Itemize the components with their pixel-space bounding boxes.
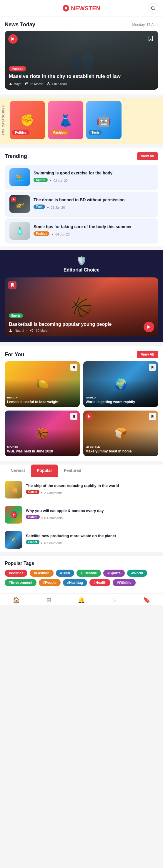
for-you-bookmark-toast[interactable] (149, 413, 156, 420)
article-content-camel: The ship of the desert reducing rapidly … (26, 484, 158, 496)
for-you-title-lemon: Lemon is useful to lose weight (7, 400, 77, 405)
article-content-satellite: Satellite now producing more waste on th… (26, 534, 158, 546)
editorial-card[interactable]: 🏀 Sports Basketball is becoming popular … (5, 277, 158, 337)
nav-explore[interactable]: ⊞ (33, 596, 65, 603)
for-you-bookmark-world[interactable] (149, 364, 156, 371)
for-you-cat-toast: LIFESTYLE (86, 445, 156, 448)
hero-card[interactable]: 👥 Politics Massive riots in the city to … (5, 31, 158, 90)
tab-popular[interactable]: Popular (31, 465, 58, 477)
article-meta-camel: Camel 2 Comments (26, 490, 158, 496)
trending-date-1: 02 Jun 20 (53, 179, 68, 182)
hero-meta: Maya 26 March 4 min read (9, 82, 154, 86)
category-card-politics[interactable]: ✊ Politics (10, 101, 45, 139)
for-you-card-lemon[interactable]: 🍋 HEALTH Lemon is useful to lose weight (5, 361, 80, 407)
for-you-content-world: WORLD World is getting warm rapidly (83, 394, 158, 407)
trending-content-2: The drone is banned in BD without permis… (34, 197, 154, 211)
trending-title-1: Swimming is good exercise for the body (34, 170, 154, 176)
trending-content-1: Swimming is good exercise for the body S… (34, 170, 154, 184)
app-logo: NEWSTEN (63, 5, 100, 12)
editorial-play-button[interactable] (144, 322, 154, 332)
for-you-content-wbl: SPORTS WBL was held in June 2020 (5, 443, 80, 456)
hero-tag: Politics (9, 66, 26, 71)
tag-politics[interactable]: #Politics (5, 569, 27, 577)
popular-tags-section: Popular Tags #Politics #Fashion #Tech #L… (0, 556, 163, 593)
for-you-bookmark-lemon[interactable] (70, 364, 77, 371)
trending-img-2: 🚁 (9, 195, 30, 213)
trending-date-3: 04 Jun 20 (55, 232, 70, 236)
tag-world[interactable]: #World (127, 569, 147, 577)
search-button[interactable] (148, 3, 158, 13)
hero-read-time: 4 min read (47, 82, 67, 86)
article-item-apple[interactable]: 🍎 Why you will eat apple & banana every … (0, 502, 163, 527)
trending-header: Trending View All (0, 148, 163, 163)
for-you-play-toast[interactable] (86, 413, 93, 420)
trending-item-2[interactable]: 🚁 The drone is banned in BD without perm… (5, 191, 158, 217)
editorial-icon: 🛡️ (5, 256, 158, 266)
for-you-grid: 🍋 HEALTH Lemon is useful to lose weight … (0, 361, 163, 456)
popular-tags-title: Popular Tags (5, 561, 158, 566)
nav-notifications[interactable]: 🔔 (65, 596, 98, 603)
tag-lifestyle[interactable]: #Lifestyle (77, 569, 101, 577)
svg-marker-10 (148, 325, 150, 329)
tag-people[interactable]: #People (39, 579, 60, 586)
hero-date: 26 March (25, 82, 43, 86)
article-title-apple: Why you will eat apple & banana every da… (26, 508, 158, 514)
nav-favorites[interactable]: ♡ (98, 596, 130, 603)
tab-newest[interactable]: Newest (5, 465, 31, 477)
cat-fashion-label: Fashion (50, 130, 69, 137)
svg-marker-11 (88, 415, 90, 418)
tag-hashtag[interactable]: #Hashtag (63, 579, 87, 586)
hero-title: Massive riots in the city to establish r… (9, 73, 154, 80)
tag-tech[interactable]: #Tech (56, 569, 74, 577)
nav-bookmark[interactable]: 🔖 (130, 596, 163, 603)
trending-img-1: 🏊 (9, 168, 30, 186)
bottom-nav: 🏠 ⊞ 🔔 ♡ 🔖 (0, 593, 163, 605)
trending-item-1[interactable]: 🏊 Swimming is good exercise for the body… (5, 165, 158, 190)
article-item-satellite[interactable]: 🛰️ Satellite now producing more waste on… (0, 527, 163, 553)
article-play-apple[interactable] (11, 512, 16, 518)
article-item-camel[interactable]: 🐪 The ship of the desert reducing rapidl… (0, 477, 163, 502)
categories-scroll[interactable]: ✊ Politics 👗 Fashion 🤖 Tech (7, 101, 124, 139)
for-you-card-toast[interactable]: 🍞 LIFESTYLE Make yummy toast in home (83, 410, 158, 456)
for-you-view-all-button[interactable]: View All (137, 351, 158, 358)
category-card-tech[interactable]: 🤖 Tech (86, 101, 122, 139)
for-you-title-wbl: WBL was held in June 2020 (7, 449, 77, 454)
for-you-cat-wbl: SPORTS (7, 445, 77, 448)
tab-featured[interactable]: Featured (58, 465, 87, 477)
article-list: 🐪 The ship of the desert reducing rapidl… (0, 477, 163, 553)
article-content-apple: Why you will eat apple & banana every da… (26, 508, 158, 521)
nav-home[interactable]: 🏠 (0, 596, 33, 603)
cat-tech-label: Tech (89, 130, 102, 137)
hero-bookmark-button[interactable] (147, 34, 155, 42)
for-you-bookmark-wbl[interactable] (70, 413, 77, 420)
categories-label: TOP CATAGORIES (0, 105, 7, 135)
trending-title-3: Some tips for taking care of the body th… (34, 224, 154, 229)
tag-wildlife[interactable]: #Wildlife (113, 579, 135, 586)
trending-item-3[interactable]: 🧴 Some tips for taking care of the body … (5, 218, 158, 244)
editorial-tag: Sports (9, 313, 23, 318)
for-you-card-wbl[interactable]: 🏀 SPORTS WBL was held in June 2020 (5, 410, 80, 456)
trending-view-all-button[interactable]: View All (137, 152, 158, 160)
tag-fashion[interactable]: #Fashion (30, 569, 53, 577)
for-you-card-world[interactable]: 🌍 WORLD World is getting warm rapidly (83, 361, 158, 407)
tabs-bar: Newest Popular Featured (0, 465, 163, 477)
tags-row-2: #Environment #People #Hashtag #Health #W… (5, 579, 158, 586)
svg-point-3 (10, 83, 11, 84)
editorial-meta: Nazrul • 30 March (9, 329, 154, 332)
category-card-fashion[interactable]: 👗 Fashion (48, 101, 83, 139)
article-thumb-camel: 🐪 (5, 481, 23, 498)
trending-meta-1: Sports 02 Jun 20 (34, 178, 154, 184)
hero-play-button[interactable] (8, 34, 18, 44)
tag-health[interactable]: #Health (89, 579, 110, 586)
article-comments-apple: 8 Comments (44, 516, 63, 520)
trending-dot-3 (52, 234, 53, 235)
categories-section: TOP CATAGORIES ✊ Politics 👗 Fashion 🤖 Te… (0, 98, 163, 144)
editorial-date: 30 March (36, 329, 49, 332)
grid-icon: ⊞ (46, 596, 51, 603)
article-tag-apple: Habits (26, 515, 40, 519)
trending-meta-2: Tech 03 Jun 20 (34, 205, 154, 211)
editorial-bookmark[interactable] (8, 281, 16, 289)
tag-environment[interactable]: #Environment (5, 579, 37, 586)
tag-sports[interactable]: #Sports (103, 569, 125, 577)
svg-point-0 (152, 7, 154, 9)
